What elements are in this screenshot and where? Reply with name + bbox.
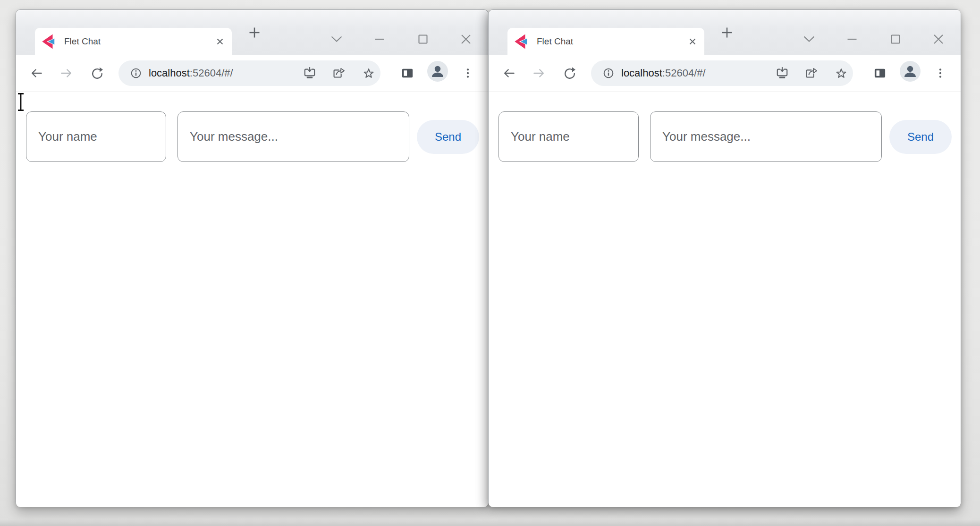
- address-bar[interactable]: localhost:52604/#/: [591, 60, 853, 86]
- maximize-button[interactable]: [890, 34, 901, 45]
- browser-toolbar: localhost:52604/#/: [16, 55, 488, 91]
- address-bar[interactable]: localhost:52604/#/: [118, 60, 380, 86]
- send-button[interactable]: Send: [417, 120, 479, 154]
- tab-strip: Flet Chat: [489, 10, 961, 55]
- maximize-button[interactable]: [417, 34, 429, 45]
- forward-icon[interactable]: [59, 66, 74, 81]
- browser-toolbar: localhost:52604/#/: [489, 55, 961, 91]
- share-icon[interactable]: [330, 66, 346, 81]
- url-host: localhost: [621, 67, 662, 79]
- browser-window-right: Flet Chat: [488, 9, 961, 507]
- reload-icon[interactable]: [562, 66, 577, 81]
- site-info-icon[interactable]: [601, 66, 616, 81]
- install-app-icon[interactable]: [302, 66, 317, 81]
- tab-title: Flet Chat: [64, 36, 215, 47]
- message-input[interactable]: [650, 111, 882, 162]
- back-icon[interactable]: [501, 66, 516, 81]
- tab-search-chevron-icon[interactable]: [330, 35, 343, 43]
- tab-strip: Flet Chat: [16, 10, 488, 55]
- tab-title: Flet Chat: [537, 36, 687, 47]
- close-button[interactable]: [933, 34, 944, 45]
- url-text[interactable]: localhost:52604/#/: [149, 60, 233, 86]
- profile-avatar-icon[interactable]: [900, 61, 921, 82]
- url-host: localhost: [149, 67, 190, 79]
- send-button[interactable]: Send: [889, 120, 952, 154]
- forward-icon[interactable]: [532, 66, 547, 81]
- url-text[interactable]: localhost:52604/#/: [621, 60, 706, 86]
- tab-close-icon[interactable]: [687, 36, 698, 47]
- flet-logo-icon: [513, 34, 529, 50]
- flet-logo-icon: [41, 34, 57, 50]
- side-panel-icon[interactable]: [872, 66, 887, 81]
- install-app-icon[interactable]: [775, 66, 790, 81]
- tab-flet-chat[interactable]: Flet Chat: [507, 28, 704, 55]
- tab-flet-chat[interactable]: Flet Chat: [35, 28, 232, 55]
- browser-menu-kebab-icon[interactable]: [933, 66, 948, 81]
- close-button[interactable]: [460, 34, 472, 45]
- message-input[interactable]: [177, 111, 409, 162]
- url-path: :52604/#/: [662, 67, 706, 79]
- bookmark-star-icon[interactable]: [834, 66, 849, 81]
- name-input[interactable]: [498, 111, 639, 162]
- tab-close-icon[interactable]: [215, 36, 225, 47]
- back-icon[interactable]: [29, 66, 44, 81]
- minimize-button[interactable]: [846, 34, 858, 45]
- reload-icon[interactable]: [90, 66, 105, 81]
- browser-window-left: Flet Chat: [16, 9, 489, 507]
- desktop: { "colors": { "accent_blue": "#1565c0", …: [0, 0, 980, 526]
- new-tab-button[interactable]: [720, 25, 734, 40]
- url-path: :52604/#/: [190, 67, 233, 79]
- new-tab-button[interactable]: [247, 25, 262, 40]
- minimize-button[interactable]: [374, 34, 385, 45]
- profile-avatar-icon[interactable]: [427, 61, 448, 82]
- page-content: Send: [489, 91, 961, 507]
- share-icon[interactable]: [803, 66, 818, 81]
- side-panel-icon[interactable]: [400, 66, 415, 81]
- name-input[interactable]: [26, 111, 166, 162]
- tab-search-chevron-icon[interactable]: [803, 35, 815, 43]
- page-content: Send: [16, 91, 488, 507]
- site-info-icon[interactable]: [128, 66, 144, 81]
- bookmark-star-icon[interactable]: [361, 66, 376, 81]
- browser-menu-kebab-icon[interactable]: [460, 66, 475, 81]
